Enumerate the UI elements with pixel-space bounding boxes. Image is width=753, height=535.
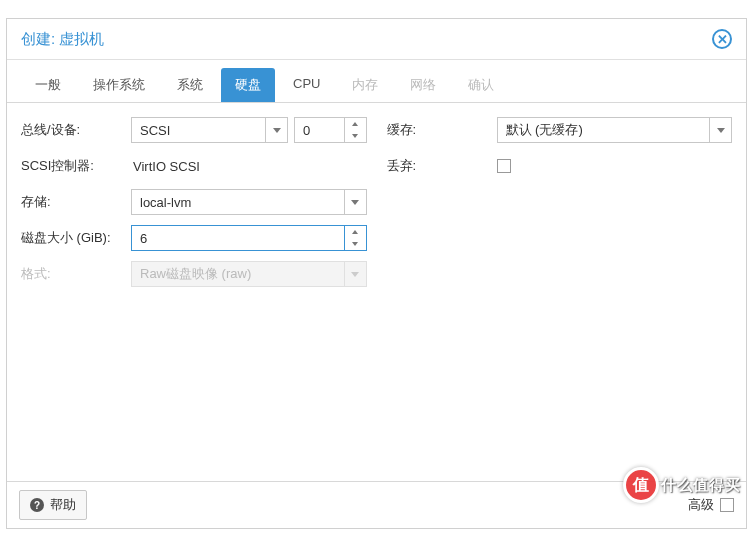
advanced-label: 高级 (688, 496, 714, 514)
device-index-spinners (344, 118, 366, 142)
disk-size-spinner[interactable]: 6 (131, 225, 367, 251)
tab-system[interactable]: 系统 (163, 68, 217, 102)
advanced-toggle: 高级 (688, 496, 734, 514)
cache-value: 默认 (无缓存) (498, 121, 710, 139)
storage-select[interactable]: local-lvm (131, 189, 367, 215)
row-format: 格式: Raw磁盘映像 (raw) (21, 261, 367, 287)
create-vm-dialog: 创建: 虚拟机 ✕ 一般 操作系统 系统 硬盘 CPU 内存 网络 确认 总线/… (6, 18, 747, 529)
wizard-tabs: 一般 操作系统 系统 硬盘 CPU 内存 网络 确认 (7, 60, 746, 103)
row-disk-size: 磁盘大小 (GiB): 6 (21, 225, 367, 251)
storage-label: 存储: (21, 193, 131, 211)
disk-size-value: 6 (132, 231, 344, 246)
storage-value: local-lvm (132, 195, 344, 210)
chevron-up-icon (352, 122, 358, 126)
storage-trigger[interactable] (344, 190, 366, 214)
scsi-controller-label: SCSI控制器: (21, 157, 131, 175)
tab-general[interactable]: 一般 (21, 68, 75, 102)
left-column: 总线/设备: SCSI 0 SCSI控制器: (21, 117, 367, 467)
dialog-header: 创建: 虚拟机 ✕ (7, 19, 746, 60)
bus-value: SCSI (132, 123, 265, 138)
chevron-down-icon (352, 134, 358, 138)
chevron-down-icon (352, 242, 358, 246)
chevron-down-icon (351, 200, 359, 205)
spinner-up[interactable] (345, 226, 366, 238)
close-button[interactable]: ✕ (712, 29, 732, 49)
help-icon: ? (30, 498, 44, 512)
bus-select[interactable]: SCSI (131, 117, 288, 143)
format-value: Raw磁盘映像 (raw) (132, 265, 344, 283)
row-discard: 丢弃: (387, 153, 733, 179)
spinner-down[interactable] (345, 238, 366, 250)
cache-label: 缓存: (387, 121, 497, 139)
format-trigger (344, 262, 366, 286)
spinner-up[interactable] (345, 118, 366, 130)
row-scsi-controller: SCSI控制器: VirtIO SCSI (21, 153, 367, 179)
discard-label: 丢弃: (387, 157, 497, 175)
bus-trigger[interactable] (265, 118, 287, 142)
tab-harddisk[interactable]: 硬盘 (221, 68, 275, 102)
cache-select[interactable]: 默认 (无缓存) (497, 117, 733, 143)
format-select: Raw磁盘映像 (raw) (131, 261, 367, 287)
tab-network: 网络 (396, 68, 450, 102)
chevron-up-icon (352, 230, 358, 234)
tab-cpu[interactable]: CPU (279, 68, 334, 102)
cache-trigger[interactable] (709, 118, 731, 142)
disk-size-spinners (344, 226, 366, 250)
advanced-checkbox[interactable] (720, 498, 734, 512)
dialog-title: 创建: 虚拟机 (21, 30, 104, 49)
row-cache: 缓存: 默认 (无缓存) (387, 117, 733, 143)
tab-os[interactable]: 操作系统 (79, 68, 159, 102)
row-bus-device: 总线/设备: SCSI 0 (21, 117, 367, 143)
bus-device-label: 总线/设备: (21, 121, 131, 139)
right-column: 缓存: 默认 (无缓存) 丢弃: (387, 117, 733, 467)
chevron-down-icon (351, 272, 359, 277)
spinner-down[interactable] (345, 130, 366, 142)
discard-checkbox[interactable] (497, 159, 511, 173)
tab-confirm: 确认 (454, 68, 508, 102)
help-label: 帮助 (50, 496, 76, 514)
close-icon: ✕ (717, 32, 728, 47)
device-index-value: 0 (295, 123, 343, 138)
dialog-footer: ? 帮助 高级 (7, 481, 746, 528)
chevron-down-icon (273, 128, 281, 133)
chevron-down-icon (717, 128, 725, 133)
disk-size-label: 磁盘大小 (GiB): (21, 229, 131, 247)
format-label: 格式: (21, 265, 131, 283)
dialog-body: 总线/设备: SCSI 0 SCSI控制器: (7, 103, 746, 481)
help-button[interactable]: ? 帮助 (19, 490, 87, 520)
row-storage: 存储: local-lvm (21, 189, 367, 215)
tab-memory: 内存 (338, 68, 392, 102)
device-index-spinner[interactable]: 0 (294, 117, 366, 143)
scsi-controller-value: VirtIO SCSI (131, 159, 367, 174)
